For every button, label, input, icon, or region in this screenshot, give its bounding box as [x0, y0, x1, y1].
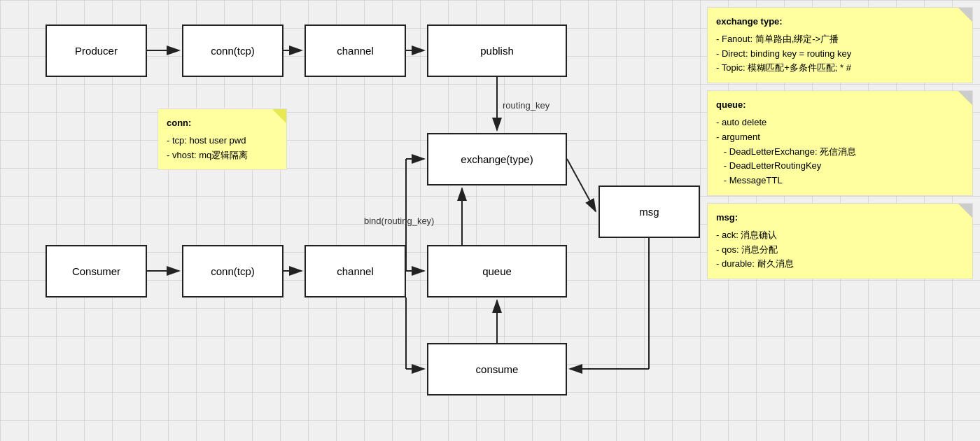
- msg-note-title: msg:: [716, 211, 964, 225]
- msg-label: msg: [639, 206, 659, 218]
- producer-box: Producer: [46, 24, 147, 77]
- msg-note: msg: - ack: 消息确认 - qos: 消息分配 - durable: …: [707, 203, 973, 279]
- queue-box: queue: [427, 245, 567, 298]
- conn-tcp-top-label: conn(tcp): [211, 45, 255, 57]
- conn-note-line1: - tcp: host user pwd: [167, 134, 278, 148]
- msg-line2: - qos: 消息分配: [716, 243, 964, 258]
- channel-top-box: channel: [304, 24, 406, 77]
- msg-line3: - durable: 耐久消息: [716, 257, 964, 272]
- conn-note: conn: - tcp: host user pwd - vhost: mq逻辑…: [158, 108, 287, 170]
- msg-box: msg: [598, 186, 700, 238]
- exchange-type-note: exchange type: - Fanout: 简单路由,绑定->广播 - D…: [707, 7, 973, 83]
- queue-note: queue: - auto delete - argument - DeadLe…: [707, 90, 973, 196]
- queue-line1: - auto delete: [716, 115, 964, 130]
- producer-label: Producer: [75, 45, 118, 57]
- channel-top-label: channel: [337, 45, 374, 57]
- exchange-type-line3: - Topic: 模糊匹配+多条件匹配; * #: [716, 61, 964, 76]
- exchange-type-line1: - Fanout: 简单路由,绑定->广播: [716, 32, 964, 47]
- bind-routing-key-label: bind(routing_key): [364, 216, 434, 226]
- msg-line1: - ack: 消息确认: [716, 228, 964, 243]
- consume-box: consume: [427, 343, 567, 396]
- queue-line4: - DeadLetterRoutingKey: [716, 159, 964, 174]
- consumer-box: Consumer: [46, 245, 147, 298]
- conn-tcp-top-box: conn(tcp): [182, 24, 284, 77]
- publish-box: publish: [427, 24, 567, 77]
- queue-line3: - DeadLetterExchange: 死信消息: [716, 145, 964, 160]
- diagram-area: Producer conn(tcp) channel publish excha…: [0, 0, 700, 441]
- consume-label: consume: [476, 363, 519, 375]
- conn-note-line2: - vhost: mq逻辑隔离: [167, 148, 278, 163]
- queue-line5: - MessageTTL: [716, 174, 964, 188]
- exchange-label: exchange(type): [461, 153, 533, 165]
- publish-label: publish: [480, 45, 514, 57]
- queue-label: queue: [482, 265, 512, 277]
- consumer-label: Consumer: [72, 265, 120, 277]
- conn-tcp-bot-label: conn(tcp): [211, 265, 255, 277]
- channel-bot-box: channel: [304, 245, 406, 298]
- exchange-box: exchange(type): [427, 133, 567, 186]
- notes-area: exchange type: - Fanout: 简单路由,绑定->广播 - D…: [700, 0, 980, 441]
- conn-tcp-bot-box: conn(tcp): [182, 245, 284, 298]
- exchange-type-line2: - Direct: binding key = routing key: [716, 47, 964, 62]
- channel-bot-label: channel: [337, 265, 374, 277]
- queue-line2: - argument: [716, 130, 964, 145]
- conn-note-title: conn:: [167, 116, 278, 131]
- arrow-exchange-msg: [567, 159, 596, 211]
- routing-key-label: routing_key: [503, 100, 550, 111]
- queue-note-title: queue:: [716, 98, 964, 113]
- exchange-type-title: exchange type:: [716, 15, 964, 29]
